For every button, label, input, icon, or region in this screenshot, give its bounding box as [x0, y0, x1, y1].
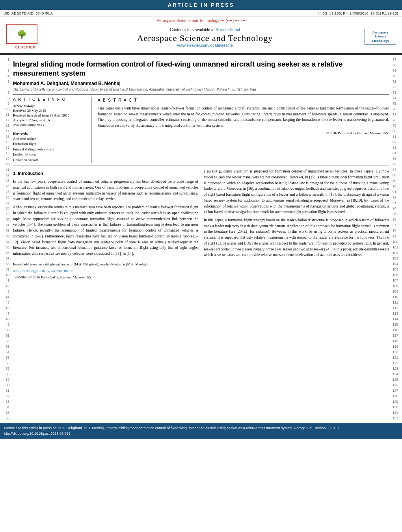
line-num: 109 — [393, 289, 402, 294]
line-num: 39 — [0, 267, 9, 272]
line-num: 56 — [0, 360, 9, 366]
line-num: 16 — [0, 139, 9, 145]
line-num: 102 — [393, 250, 402, 256]
line-num: 31 — [0, 222, 9, 228]
meta-right: [m5G; v1.185; Pm:24/08/2016; 12:31] P.1 … — [318, 11, 398, 15]
line-num: 91 — [393, 189, 402, 195]
keyword-item: Leader–follower — [13, 152, 87, 158]
line-num: 64 — [0, 404, 9, 410]
meta-row: JID: AESCTE AID: 3740 /FLA [m5G; v1.185;… — [0, 10, 402, 17]
line-num: 127 — [393, 388, 402, 393]
line-num: 122 — [393, 360, 402, 366]
line-num: 5 — [0, 79, 9, 84]
line-num: 75 — [393, 101, 402, 106]
line-num: 83 — [393, 145, 402, 150]
ast-logo-title: AerospaceScienceTechnology — [367, 31, 394, 43]
line-num: 86 — [393, 161, 402, 167]
accepted-date: Accepted 12 August 2016 — [13, 118, 87, 122]
line-num: 82 — [393, 139, 402, 145]
line-num: 119 — [393, 344, 402, 349]
sciencedirect-link[interactable]: ScienceDirect — [216, 28, 240, 32]
line-num: 54 — [0, 349, 9, 355]
line-num: 22 — [0, 172, 9, 178]
line-num: 100 — [393, 239, 402, 245]
line-num: 38 — [0, 261, 9, 267]
line-num: 125 — [393, 377, 402, 382]
line-num: 30 — [0, 217, 9, 222]
line-num: 4 — [0, 73, 9, 79]
line-num: 51 — [0, 333, 9, 338]
elsevier-logo-area: 🌳 ELSEVIER — [6, 24, 45, 49]
line-num: 67 — [393, 57, 402, 62]
line-num: 7 — [0, 90, 9, 95]
info-abstract-section: A R T I C L E I N F O Article history: R… — [13, 95, 389, 166]
banner-text: ARTICLE IN PRESS — [168, 2, 234, 8]
history-heading: Article history: — [13, 104, 87, 108]
line-num: 90 — [393, 184, 402, 189]
line-num: 42 — [0, 283, 9, 289]
line-num: 50 — [0, 327, 9, 333]
line-num: 17 — [0, 145, 9, 150]
line-num: 25 — [0, 189, 9, 195]
line-num: 52 — [0, 338, 9, 344]
line-num: 79 — [393, 123, 402, 128]
elsevier-text: ELSEVIER — [6, 45, 45, 49]
article-in-press-banner: ARTICLE IN PRESS — [0, 0, 402, 10]
intro-para2: Although many successful results in this… — [13, 204, 198, 256]
line-num: 126 — [393, 382, 402, 388]
keyword-item: Formation flight — [13, 141, 87, 147]
footer-text: Please cite this article in press as: M.… — [4, 426, 340, 436]
line-num: 101 — [393, 245, 402, 250]
line-num: 44 — [0, 294, 9, 300]
elsevier-tree-box: 🌳 — [6, 24, 37, 44]
copyright-line: © 2016 Published by Elsevier Masson SAS. — [98, 131, 389, 136]
line-num: 80 — [393, 128, 402, 134]
issn-line: 1270-9638/© 2016 Published by Elsevier M… — [13, 275, 198, 280]
line-num: 92 — [393, 195, 402, 200]
keyword-item: Unnamed aircraft — [13, 158, 87, 163]
line-num: 55 — [0, 355, 9, 360]
revised-date: Received in revised form 21 April 2016 — [13, 113, 87, 117]
journal-url[interactable]: www.elsevier.com/locate/aescte — [45, 43, 365, 48]
line-numbers-left: 1234567891011121314151617181920212223242… — [0, 55, 11, 421]
line-num: 40 — [0, 272, 9, 278]
line-num: 3 — [0, 68, 9, 73]
journal-title: Aerospace Science and Technology — [45, 33, 365, 43]
line-num: 108 — [393, 283, 402, 289]
main-layout: 1234567891011121314151617181920212223242… — [0, 55, 402, 421]
content-area: Integral sliding mode formation control … — [11, 55, 391, 421]
doi-line[interactable]: http://dx.doi.org/10.1016/j.ast.2016.08.… — [13, 269, 198, 274]
line-num: 1 — [0, 57, 9, 62]
line-num: 103 — [393, 256, 402, 261]
line-num: 2 — [0, 62, 9, 68]
body-columns: 1. Introduction In the last few years, c… — [13, 169, 389, 280]
line-num: 66 — [0, 415, 9, 421]
line-num: 57 — [0, 366, 9, 371]
abstract-section: A B S T R A C T This paper deals with th… — [98, 97, 389, 163]
line-num: 118 — [393, 338, 402, 344]
intro-col2-para1: a pursuit guidance algorithm is proposed… — [204, 169, 389, 215]
line-num: 123 — [393, 366, 402, 371]
line-num: 48 — [0, 316, 9, 322]
keywords-list: Airborne seekerFormation flightIntegral … — [13, 136, 87, 163]
line-num: 130 — [393, 404, 402, 410]
line-num: 47 — [0, 311, 9, 316]
body-col-right: a pursuit guidance algorithm is proposed… — [204, 169, 389, 280]
line-num: 61 — [0, 388, 9, 393]
article-title: Integral sliding mode formation control … — [13, 60, 389, 78]
line-num: 26 — [0, 195, 9, 200]
line-num: 58 — [0, 371, 9, 377]
line-num: 8 — [0, 95, 9, 101]
line-num: 68 — [393, 62, 402, 68]
line-num: 121 — [393, 355, 402, 360]
line-num: 74 — [393, 95, 402, 101]
ast-logo-right: AerospaceScienceTechnology — [365, 29, 396, 45]
line-num: 85 — [393, 156, 402, 161]
journal-title-row: 🌳 ELSEVIER Contents lists available at S… — [0, 24, 402, 50]
line-num: 46 — [0, 305, 9, 311]
line-num: 95 — [393, 211, 402, 217]
line-num: 94 — [393, 206, 402, 211]
line-num: 77 — [393, 112, 402, 117]
line-num: 41 — [0, 278, 9, 283]
line-num: 113 — [393, 311, 402, 316]
